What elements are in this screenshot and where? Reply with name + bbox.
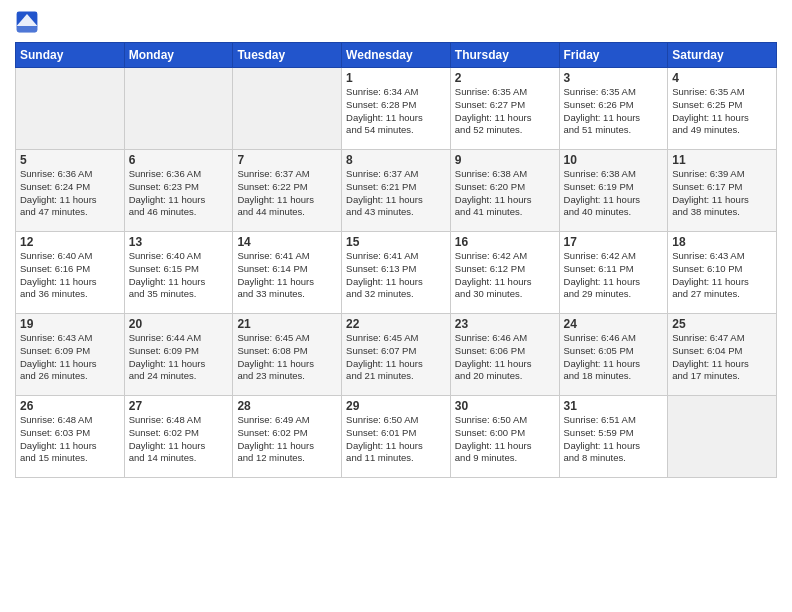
calendar-header-row: SundayMondayTuesdayWednesdayThursdayFrid… [16, 43, 777, 68]
calendar-cell: 18Sunrise: 6:43 AM Sunset: 6:10 PM Dayli… [668, 232, 777, 314]
calendar-cell: 27Sunrise: 6:48 AM Sunset: 6:02 PM Dayli… [124, 396, 233, 478]
page-container: SundayMondayTuesdayWednesdayThursdayFrid… [0, 0, 792, 488]
day-number: 10 [564, 153, 664, 167]
calendar-header-wednesday: Wednesday [342, 43, 451, 68]
day-number: 8 [346, 153, 446, 167]
day-number: 18 [672, 235, 772, 249]
day-number: 5 [20, 153, 120, 167]
day-number: 17 [564, 235, 664, 249]
day-info: Sunrise: 6:50 AM Sunset: 6:00 PM Dayligh… [455, 414, 555, 465]
calendar-week-1: 1Sunrise: 6:34 AM Sunset: 6:28 PM Daylig… [16, 68, 777, 150]
day-info: Sunrise: 6:35 AM Sunset: 6:27 PM Dayligh… [455, 86, 555, 137]
calendar-cell [233, 68, 342, 150]
svg-rect-2 [17, 26, 38, 32]
day-number: 12 [20, 235, 120, 249]
calendar-week-2: 5Sunrise: 6:36 AM Sunset: 6:24 PM Daylig… [16, 150, 777, 232]
day-info: Sunrise: 6:42 AM Sunset: 6:12 PM Dayligh… [455, 250, 555, 301]
calendar-cell: 20Sunrise: 6:44 AM Sunset: 6:09 PM Dayli… [124, 314, 233, 396]
calendar-cell: 14Sunrise: 6:41 AM Sunset: 6:14 PM Dayli… [233, 232, 342, 314]
calendar-cell: 4Sunrise: 6:35 AM Sunset: 6:25 PM Daylig… [668, 68, 777, 150]
calendar-cell: 13Sunrise: 6:40 AM Sunset: 6:15 PM Dayli… [124, 232, 233, 314]
calendar-week-3: 12Sunrise: 6:40 AM Sunset: 6:16 PM Dayli… [16, 232, 777, 314]
calendar-cell: 22Sunrise: 6:45 AM Sunset: 6:07 PM Dayli… [342, 314, 451, 396]
day-number: 4 [672, 71, 772, 85]
calendar-cell: 10Sunrise: 6:38 AM Sunset: 6:19 PM Dayli… [559, 150, 668, 232]
day-info: Sunrise: 6:39 AM Sunset: 6:17 PM Dayligh… [672, 168, 772, 219]
day-info: Sunrise: 6:35 AM Sunset: 6:26 PM Dayligh… [564, 86, 664, 137]
day-info: Sunrise: 6:41 AM Sunset: 6:13 PM Dayligh… [346, 250, 446, 301]
calendar-cell: 28Sunrise: 6:49 AM Sunset: 6:02 PM Dayli… [233, 396, 342, 478]
calendar-header-monday: Monday [124, 43, 233, 68]
day-number: 14 [237, 235, 337, 249]
day-info: Sunrise: 6:44 AM Sunset: 6:09 PM Dayligh… [129, 332, 229, 383]
day-number: 24 [564, 317, 664, 331]
calendar-header-tuesday: Tuesday [233, 43, 342, 68]
day-number: 28 [237, 399, 337, 413]
header [15, 10, 777, 34]
calendar-cell: 8Sunrise: 6:37 AM Sunset: 6:21 PM Daylig… [342, 150, 451, 232]
logo [15, 10, 43, 34]
day-number: 26 [20, 399, 120, 413]
day-info: Sunrise: 6:42 AM Sunset: 6:11 PM Dayligh… [564, 250, 664, 301]
day-number: 23 [455, 317, 555, 331]
day-info: Sunrise: 6:35 AM Sunset: 6:25 PM Dayligh… [672, 86, 772, 137]
calendar-cell: 31Sunrise: 6:51 AM Sunset: 5:59 PM Dayli… [559, 396, 668, 478]
day-number: 13 [129, 235, 229, 249]
day-info: Sunrise: 6:40 AM Sunset: 6:15 PM Dayligh… [129, 250, 229, 301]
calendar-cell: 6Sunrise: 6:36 AM Sunset: 6:23 PM Daylig… [124, 150, 233, 232]
day-number: 2 [455, 71, 555, 85]
calendar-cell: 15Sunrise: 6:41 AM Sunset: 6:13 PM Dayli… [342, 232, 451, 314]
day-info: Sunrise: 6:46 AM Sunset: 6:06 PM Dayligh… [455, 332, 555, 383]
day-number: 9 [455, 153, 555, 167]
day-info: Sunrise: 6:43 AM Sunset: 6:09 PM Dayligh… [20, 332, 120, 383]
day-info: Sunrise: 6:38 AM Sunset: 6:19 PM Dayligh… [564, 168, 664, 219]
calendar-cell [124, 68, 233, 150]
day-number: 20 [129, 317, 229, 331]
day-info: Sunrise: 6:46 AM Sunset: 6:05 PM Dayligh… [564, 332, 664, 383]
day-info: Sunrise: 6:41 AM Sunset: 6:14 PM Dayligh… [237, 250, 337, 301]
day-number: 7 [237, 153, 337, 167]
day-info: Sunrise: 6:34 AM Sunset: 6:28 PM Dayligh… [346, 86, 446, 137]
calendar-cell: 24Sunrise: 6:46 AM Sunset: 6:05 PM Dayli… [559, 314, 668, 396]
day-number: 3 [564, 71, 664, 85]
calendar-header-sunday: Sunday [16, 43, 125, 68]
calendar-cell: 9Sunrise: 6:38 AM Sunset: 6:20 PM Daylig… [450, 150, 559, 232]
day-number: 27 [129, 399, 229, 413]
calendar-header-saturday: Saturday [668, 43, 777, 68]
calendar-cell: 12Sunrise: 6:40 AM Sunset: 6:16 PM Dayli… [16, 232, 125, 314]
day-info: Sunrise: 6:48 AM Sunset: 6:02 PM Dayligh… [129, 414, 229, 465]
day-info: Sunrise: 6:47 AM Sunset: 6:04 PM Dayligh… [672, 332, 772, 383]
calendar-cell: 30Sunrise: 6:50 AM Sunset: 6:00 PM Dayli… [450, 396, 559, 478]
calendar-cell: 3Sunrise: 6:35 AM Sunset: 6:26 PM Daylig… [559, 68, 668, 150]
calendar: SundayMondayTuesdayWednesdayThursdayFrid… [15, 42, 777, 478]
calendar-cell: 17Sunrise: 6:42 AM Sunset: 6:11 PM Dayli… [559, 232, 668, 314]
day-info: Sunrise: 6:38 AM Sunset: 6:20 PM Dayligh… [455, 168, 555, 219]
day-info: Sunrise: 6:48 AM Sunset: 6:03 PM Dayligh… [20, 414, 120, 465]
calendar-cell: 29Sunrise: 6:50 AM Sunset: 6:01 PM Dayli… [342, 396, 451, 478]
day-info: Sunrise: 6:45 AM Sunset: 6:07 PM Dayligh… [346, 332, 446, 383]
day-info: Sunrise: 6:36 AM Sunset: 6:23 PM Dayligh… [129, 168, 229, 219]
day-number: 22 [346, 317, 446, 331]
day-number: 31 [564, 399, 664, 413]
calendar-cell: 16Sunrise: 6:42 AM Sunset: 6:12 PM Dayli… [450, 232, 559, 314]
logo-icon [15, 10, 39, 34]
day-number: 6 [129, 153, 229, 167]
calendar-cell [16, 68, 125, 150]
day-info: Sunrise: 6:51 AM Sunset: 5:59 PM Dayligh… [564, 414, 664, 465]
day-info: Sunrise: 6:49 AM Sunset: 6:02 PM Dayligh… [237, 414, 337, 465]
calendar-cell [668, 396, 777, 478]
day-info: Sunrise: 6:37 AM Sunset: 6:21 PM Dayligh… [346, 168, 446, 219]
calendar-cell: 25Sunrise: 6:47 AM Sunset: 6:04 PM Dayli… [668, 314, 777, 396]
calendar-cell: 26Sunrise: 6:48 AM Sunset: 6:03 PM Dayli… [16, 396, 125, 478]
day-number: 16 [455, 235, 555, 249]
day-number: 30 [455, 399, 555, 413]
day-info: Sunrise: 6:43 AM Sunset: 6:10 PM Dayligh… [672, 250, 772, 301]
calendar-week-4: 19Sunrise: 6:43 AM Sunset: 6:09 PM Dayli… [16, 314, 777, 396]
day-number: 11 [672, 153, 772, 167]
day-number: 29 [346, 399, 446, 413]
calendar-header-thursday: Thursday [450, 43, 559, 68]
calendar-cell: 11Sunrise: 6:39 AM Sunset: 6:17 PM Dayli… [668, 150, 777, 232]
calendar-cell: 19Sunrise: 6:43 AM Sunset: 6:09 PM Dayli… [16, 314, 125, 396]
calendar-week-5: 26Sunrise: 6:48 AM Sunset: 6:03 PM Dayli… [16, 396, 777, 478]
day-number: 1 [346, 71, 446, 85]
